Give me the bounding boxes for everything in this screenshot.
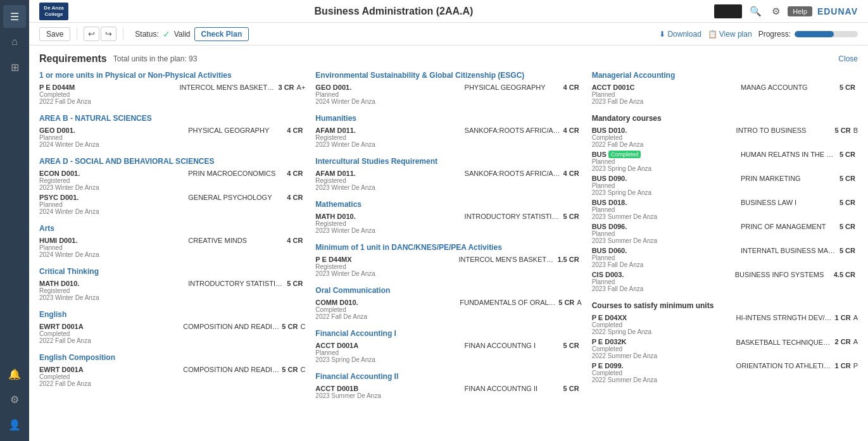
course-cr: 1.5 CR bbox=[557, 256, 579, 263]
course-code: MATH D010. bbox=[315, 213, 462, 220]
table-row: P E D44MX Registered 2023 Winter De Anza… bbox=[315, 256, 581, 277]
course-cr: 5 CR bbox=[840, 199, 855, 206]
course-date: 2023 Winter De Anza bbox=[39, 294, 186, 301]
section-min-units-title: Courses to satisfy minimum units bbox=[592, 301, 858, 310]
section-oral-communication-title[interactable]: Oral Communication bbox=[315, 286, 581, 295]
download-button[interactable]: ⬇ Download bbox=[659, 30, 701, 39]
course-name: FUNDAMENTALS OF ORAL C... bbox=[457, 299, 558, 306]
course-status: Completed bbox=[592, 345, 734, 352]
course-code: BUS D018. bbox=[592, 199, 738, 206]
course-cr: 5 CR bbox=[563, 342, 579, 349]
section-mathematics-title[interactable]: Mathematics bbox=[315, 200, 581, 209]
content-area: Requirements Total units in the plan: 93… bbox=[29, 46, 868, 441]
requirements-columns: 1 or more units in Physical or Non-Physi… bbox=[39, 71, 858, 408]
course-info: AFAM D011. Registered 2023 Winter De Anz… bbox=[315, 170, 462, 191]
section-arts-title[interactable]: Arts bbox=[39, 224, 305, 233]
course-status: Planned bbox=[592, 206, 738, 213]
course-name: HI-INTENS STRNGTH DEV/AT O bbox=[734, 314, 835, 321]
course-status: Registered bbox=[315, 220, 462, 227]
course-code: ACCT D001A bbox=[315, 342, 462, 349]
view-plan-button[interactable]: 📋 View plan bbox=[708, 30, 752, 39]
course-info: ACCT D001A Planned 2023 Spring De Anza bbox=[315, 342, 462, 363]
course-name: GENERAL PSYCHOLOGY bbox=[186, 194, 287, 201]
table-row: GEO D001. Planned 2024 Winter De Anza PH… bbox=[39, 127, 305, 148]
course-date: 2022 Summer De Anza bbox=[592, 352, 734, 359]
section-natural-sciences-title[interactable]: AREA B - NATURAL SCIENCES bbox=[39, 114, 305, 123]
section-critical-thinking-title[interactable]: Critical Thinking bbox=[39, 267, 305, 276]
course-name: INTRODUCTORY STATISTICS bbox=[186, 280, 287, 287]
table-row: BUS Completed Planned 2023 Spring De Anz… bbox=[592, 151, 858, 172]
course-cr: 4 CR bbox=[287, 127, 303, 134]
section-english-title[interactable]: English bbox=[39, 310, 305, 319]
menu-icon[interactable]: ☰ bbox=[3, 5, 26, 28]
home-icon[interactable]: ⌂ bbox=[3, 30, 26, 53]
column-1: 1 or more units in Physical or Non-Physi… bbox=[39, 71, 305, 408]
section-danc-knes-title[interactable]: Minimum of 1 unit in DANC/KNES/PE/PEA Ac… bbox=[315, 243, 581, 252]
section-physical-activities-title[interactable]: 1 or more units in Physical or Non-Physi… bbox=[39, 71, 305, 80]
section-esgc-title[interactable]: Environmental Sustainability & Global Ci… bbox=[315, 71, 581, 80]
gear-icon[interactable]: ⚙ bbox=[769, 4, 783, 18]
help-button[interactable]: Help bbox=[788, 6, 812, 16]
section-financial-accounting-i-title[interactable]: Financial Accounting I bbox=[315, 329, 581, 338]
course-date: 2023 Spring De Anza bbox=[315, 356, 462, 363]
course-info: ACCT D001C Planned 2023 Fall De Anza bbox=[592, 84, 738, 105]
table-row: BUS D060. Planned 2023 Fall De Anza INTE… bbox=[592, 247, 858, 268]
course-name: MANAG ACCOUNTG bbox=[738, 84, 840, 91]
settings-icon[interactable]: ⚙ bbox=[3, 388, 26, 411]
check-plan-button[interactable]: Check Plan bbox=[194, 27, 249, 41]
course-info: ECON D001. Registered 2023 Winter De Anz… bbox=[39, 170, 186, 191]
course-status: Planned bbox=[592, 254, 738, 261]
logo-area: De AnzaCollege bbox=[39, 3, 68, 20]
course-info: CIS D003. Planned 2023 Fall De Anza bbox=[592, 271, 733, 292]
section-physical-activities: 1 or more units in Physical or Non-Physi… bbox=[39, 71, 305, 105]
section-humanities-title[interactable]: Humanities bbox=[315, 114, 581, 123]
section-english-composition: English Composition EWRT D001A Completed… bbox=[39, 353, 305, 387]
section-mathematics: Mathematics MATH D010. Registered 2023 W… bbox=[315, 200, 581, 234]
course-date: 2023 Fall De Anza bbox=[592, 285, 733, 292]
search-icon[interactable]: 🔍 bbox=[747, 4, 764, 18]
course-date: 2022 Fall De Anza bbox=[39, 337, 180, 344]
toolbar-right-actions: ⬇ Download 📋 View plan Progress: bbox=[659, 30, 858, 39]
course-name: COMPOSITION AND READING bbox=[180, 366, 282, 373]
section-mandatory-courses: Mandatory courses BUS D010. Completed 20… bbox=[592, 114, 858, 292]
course-name: FINAN ACCOUNTNG II bbox=[462, 385, 563, 392]
course-status: Planned bbox=[592, 230, 738, 237]
undo-button[interactable]: ↩ bbox=[84, 27, 99, 41]
course-cr: 5 CR bbox=[840, 151, 855, 158]
course-date: 2024 Winter De Anza bbox=[39, 251, 186, 258]
course-code: BUS D010. bbox=[592, 127, 734, 134]
course-code: P E D04XX bbox=[592, 314, 734, 321]
progress-label: Progress: bbox=[758, 30, 791, 39]
user-icon[interactable]: 👤 bbox=[3, 413, 26, 436]
course-cr: 1 CR bbox=[835, 362, 851, 370]
course-date: 2022 Fall De Anza bbox=[592, 141, 734, 148]
table-row: MATH D010. Registered 2023 Winter De Anz… bbox=[39, 280, 305, 301]
progress-area: Progress: bbox=[758, 30, 858, 39]
redo-button[interactable]: ↪ bbox=[101, 27, 116, 41]
section-social-sciences-title[interactable]: AREA D - SOCIAL AND BEHAVIORAL SCIENCES bbox=[39, 157, 305, 166]
course-status: Registered bbox=[39, 177, 186, 184]
course-info: P E D032K Completed 2022 Summer De Anza bbox=[592, 338, 734, 359]
grid-icon[interactable]: ⊞ bbox=[3, 56, 26, 78]
section-english-composition-title[interactable]: English Composition bbox=[39, 353, 305, 362]
close-link[interactable]: Close bbox=[838, 54, 858, 63]
save-button[interactable]: Save bbox=[39, 27, 70, 41]
course-info: PSYC D001. Planned 2024 Winter De Anza bbox=[39, 194, 186, 215]
section-managerial-accounting-title[interactable]: Managerial Accounting bbox=[592, 71, 858, 80]
view-plan-label: View plan bbox=[719, 30, 752, 39]
section-critical-thinking: Critical Thinking MATH D010. Registered … bbox=[39, 267, 305, 301]
view-plan-icon: 📋 bbox=[708, 30, 717, 39]
course-status: Planned bbox=[592, 278, 733, 285]
section-esgc: Environmental Sustainability & Global Ci… bbox=[315, 71, 581, 105]
section-financial-accounting-ii-title[interactable]: Financial Accounting II bbox=[315, 372, 581, 381]
course-grade: C bbox=[300, 323, 305, 330]
course-status: Completed bbox=[592, 321, 734, 328]
section-intercultural-title[interactable]: Intercultural Studies Requirement bbox=[315, 157, 581, 166]
course-name: HUMAN RELATNS IN THE WR... bbox=[738, 151, 840, 158]
course-status: Planned bbox=[592, 182, 738, 189]
course-name: INTRODUCTORY STATISTICS bbox=[462, 213, 563, 220]
course-name: COMPOSITION AND READING bbox=[180, 323, 282, 330]
course-cr: 5 CR bbox=[563, 213, 579, 220]
course-date: 2022 Fall De Anza bbox=[39, 380, 180, 387]
bell-icon[interactable]: 🔔 bbox=[3, 363, 26, 385]
